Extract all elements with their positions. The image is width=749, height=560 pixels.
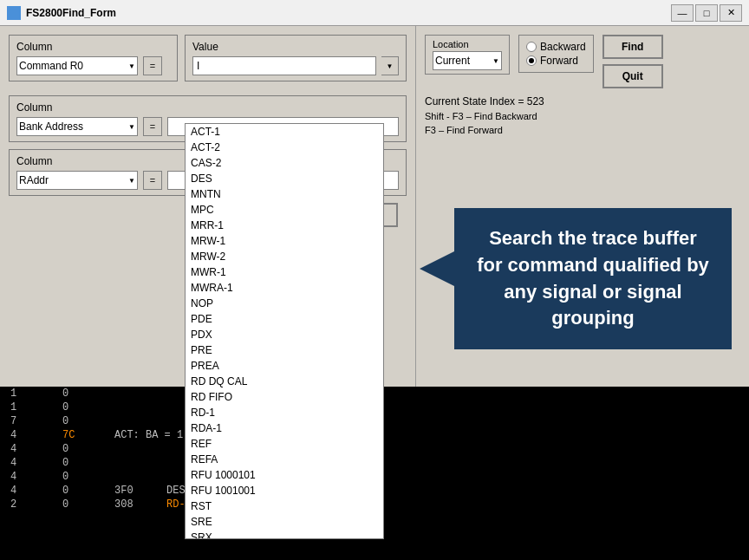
list-item[interactable]: RDA-1 xyxy=(186,420,383,436)
list-item[interactable]: MWRA-1 xyxy=(186,280,383,296)
column2-label: Column xyxy=(16,101,399,114)
list-item[interactable]: MRW-1 xyxy=(186,233,383,249)
backward-label: Backward xyxy=(540,41,586,53)
column1-label: Column xyxy=(16,41,170,53)
data-cell: 4 xyxy=(7,457,59,469)
list-item[interactable]: MWR-1 xyxy=(186,264,383,280)
column2-select[interactable]: Command R0 Bank Address RAddr xyxy=(16,117,138,136)
minimize-button[interactable]: — xyxy=(671,4,694,22)
callout-tooltip: Search the trace buffer for command qual… xyxy=(454,208,732,349)
list-item[interactable]: RD-1 xyxy=(186,405,383,420)
list-item[interactable]: RD DQ CAL xyxy=(186,374,383,389)
column1-eq-button[interactable]: = xyxy=(143,56,162,75)
dropdown-list[interactable]: ACT-1 ACT-2 CAS-2 DES MNTN MPC MRR-1 MRW… xyxy=(185,123,384,539)
data-cell: 0 xyxy=(59,471,111,483)
value-group: Value ▼ xyxy=(185,35,407,81)
column1-select-wrapper: Command R0 Bank Address RAddr xyxy=(16,56,138,75)
close-button[interactable]: ✕ xyxy=(720,4,742,22)
list-item[interactable]: MRW-2 xyxy=(186,249,383,264)
data-cell: 0 xyxy=(59,387,111,400)
title-bar: FS2800Find_Form — □ ✕ xyxy=(0,0,749,26)
list-item[interactable]: PDX xyxy=(186,327,383,342)
data-cell: 308 xyxy=(111,498,163,511)
data-cell: 1 xyxy=(7,401,59,413)
column3-select-wrapper: Command R0 Bank Address RAddr xyxy=(16,171,138,190)
value-label: Value xyxy=(192,41,399,53)
value-dropdown-button[interactable]: ▼ xyxy=(381,56,399,75)
column3-eq-button[interactable]: = xyxy=(143,171,162,190)
quit-button[interactable]: Quit xyxy=(602,64,663,88)
column1-row: Command R0 Bank Address RAddr = xyxy=(16,56,170,75)
forward-label: Forward xyxy=(540,55,578,67)
list-item[interactable]: RST xyxy=(186,498,383,514)
list-item[interactable]: RFU 1001001 xyxy=(186,483,383,498)
list-item[interactable]: NOP xyxy=(186,296,383,311)
list-item[interactable]: SRX xyxy=(186,530,383,539)
list-item[interactable]: ACT-2 xyxy=(186,140,383,155)
column1-group: Column Command R0 Bank Address RAddr = xyxy=(9,35,178,81)
data-cell: 0 xyxy=(59,498,111,511)
list-item[interactable]: RD FIFO xyxy=(186,389,383,405)
value-row: ▼ xyxy=(192,56,399,75)
column2-select-wrapper: Command R0 Bank Address RAddr xyxy=(16,117,138,136)
forward-radio-row[interactable]: Forward xyxy=(526,55,586,67)
list-item[interactable]: MPC xyxy=(186,202,383,218)
location-select-wrapper: Current All xyxy=(433,51,502,70)
direction-group: Backward Forward xyxy=(518,35,594,73)
location-label: Location xyxy=(433,39,502,49)
dropdown-list-inner: ACT-1 ACT-2 CAS-2 DES MNTN MPC MRR-1 MRW… xyxy=(186,124,383,539)
title-controls: — □ ✕ xyxy=(671,4,742,22)
callout-text: Search the trace buffer for command qual… xyxy=(477,227,709,329)
data-cell: 0 xyxy=(59,485,111,497)
backward-radio-row[interactable]: Backward xyxy=(526,41,586,53)
window-title: FS2800Find_Form xyxy=(26,7,116,19)
data-cell: 4 xyxy=(7,471,59,483)
data-cell: 7 xyxy=(7,415,59,427)
location-group: Location Current All xyxy=(425,35,510,75)
shortcut-shift-f3: Shift - F3 – Find Backward xyxy=(425,111,740,121)
list-item[interactable]: PDE xyxy=(186,311,383,327)
backward-radio[interactable] xyxy=(526,42,537,52)
maximize-button[interactable]: □ xyxy=(695,4,718,22)
data-cell: 0 xyxy=(59,443,111,455)
data-cell: 3F0 xyxy=(111,485,163,497)
list-item[interactable]: PREA xyxy=(186,358,383,374)
data-cell: 2 xyxy=(7,498,59,511)
data-cell: 4 xyxy=(7,485,59,497)
title-bar-left: FS2800Find_Form xyxy=(7,6,116,20)
list-item[interactable]: REF xyxy=(186,436,383,452)
row1: Column Command R0 Bank Address RAddr = xyxy=(9,35,407,88)
list-item[interactable]: RFU 1000101 xyxy=(186,467,383,483)
right-top: Location Current All Backward xyxy=(425,35,740,88)
list-item[interactable]: MRR-1 xyxy=(186,218,383,233)
main-container: Column Command R0 Bank Address RAddr = xyxy=(0,26,749,560)
list-item[interactable]: REFA xyxy=(186,452,383,467)
data-cell: 0 xyxy=(59,401,111,413)
location-select[interactable]: Current All xyxy=(433,51,502,70)
data-cell: 0 xyxy=(59,457,111,469)
list-item[interactable]: PRE xyxy=(186,342,383,358)
state-index: Current State Index = 523 xyxy=(425,95,740,107)
list-item[interactable]: SRE xyxy=(186,514,383,530)
data-cell: 1 xyxy=(7,387,59,400)
column3-select[interactable]: Command R0 Bank Address RAddr xyxy=(16,171,138,190)
forward-radio[interactable] xyxy=(526,55,537,66)
column2-eq-button[interactable]: = xyxy=(143,117,162,136)
shortcut-f3: F3 – Find Forward xyxy=(425,125,740,135)
column1-select[interactable]: Command R0 Bank Address RAddr xyxy=(16,56,138,75)
data-cell: 0 xyxy=(59,415,111,427)
list-item[interactable]: ACT-1 xyxy=(186,124,383,140)
action-buttons: Find Quit xyxy=(602,35,663,88)
data-cell: 4 xyxy=(7,429,59,441)
data-cell-orange: 7C xyxy=(59,429,111,441)
value-input[interactable] xyxy=(192,56,376,75)
list-item[interactable]: MNTN xyxy=(186,186,383,202)
app-icon xyxy=(7,6,21,20)
data-cell: 4 xyxy=(7,443,59,455)
find-button[interactable]: Find xyxy=(602,35,663,59)
list-item[interactable]: DES xyxy=(186,171,383,186)
list-item[interactable]: CAS-2 xyxy=(186,155,383,171)
